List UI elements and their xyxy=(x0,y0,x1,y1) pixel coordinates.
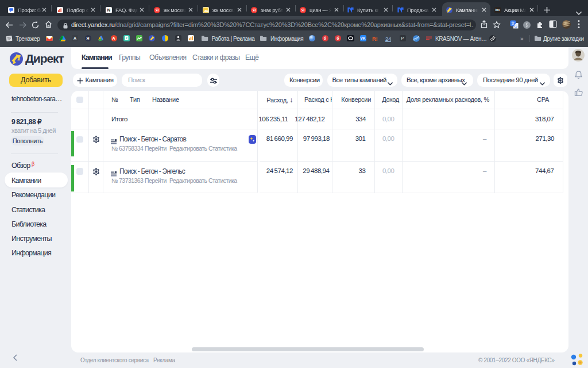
svg-text:G: G xyxy=(514,24,517,28)
